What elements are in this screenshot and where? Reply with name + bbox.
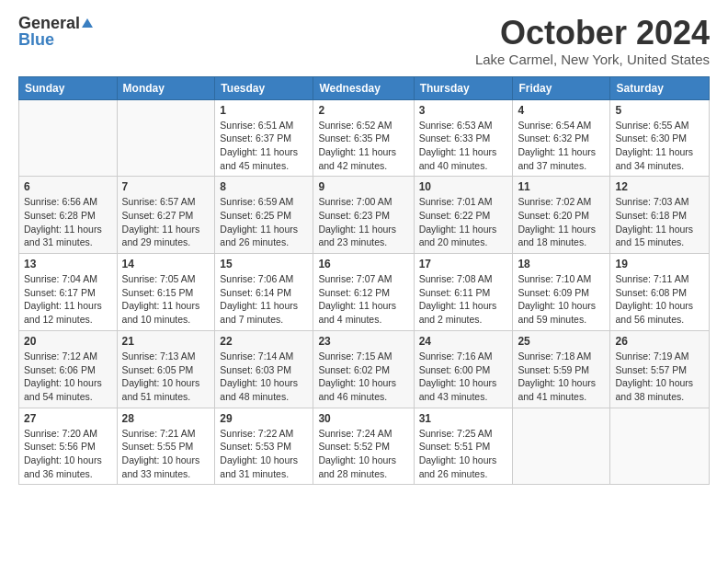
- day-number: 29: [220, 412, 308, 425]
- month-title: October 2024: [475, 15, 710, 52]
- day-cell: 11 Sunrise: 7:02 AMSunset: 6:20 PMDaylig…: [513, 177, 610, 254]
- day-number: 17: [419, 258, 508, 270]
- day-number: 12: [615, 180, 704, 193]
- calendar-table: SundayMondayTuesdayWednesdayThursdayFrid…: [18, 76, 710, 486]
- weekday-monday: Monday: [117, 76, 215, 99]
- week-row-4: 20 Sunrise: 7:12 AMSunset: 6:06 PMDaylig…: [19, 330, 710, 408]
- day-cell: 13 Sunrise: 7:04 AMSunset: 6:17 PMDaylig…: [19, 254, 118, 331]
- day-number: 1: [220, 104, 308, 117]
- day-cell: 23 Sunrise: 7:15 AMSunset: 6:02 PMDaylig…: [313, 330, 414, 408]
- day-detail: Sunrise: 7:02 AMSunset: 6:20 PMDaylight:…: [518, 195, 605, 249]
- day-detail: Sunrise: 7:12 AMSunset: 6:06 PMDaylight:…: [24, 350, 112, 404]
- weekday-friday: Friday: [513, 76, 610, 99]
- day-detail: Sunrise: 7:10 AMSunset: 6:09 PMDaylight:…: [518, 272, 605, 327]
- day-cell: [117, 99, 215, 177]
- day-number: 22: [220, 335, 308, 348]
- day-detail: Sunrise: 7:14 AMSunset: 6:03 PMDaylight:…: [220, 350, 308, 404]
- day-detail: Sunrise: 6:55 AMSunset: 6:30 PMDaylight:…: [615, 119, 704, 173]
- day-cell: 15 Sunrise: 7:06 AMSunset: 6:14 PMDaylig…: [215, 254, 313, 331]
- day-number: 9: [318, 180, 408, 193]
- day-number: 27: [24, 412, 112, 425]
- day-cell: 17 Sunrise: 7:08 AMSunset: 6:11 PMDaylig…: [414, 254, 513, 331]
- week-row-5: 27 Sunrise: 7:20 AMSunset: 5:56 PMDaylig…: [19, 408, 710, 485]
- day-detail: Sunrise: 7:07 AMSunset: 6:12 PMDaylight:…: [318, 272, 408, 327]
- day-cell: 1 Sunrise: 6:51 AMSunset: 6:37 PMDayligh…: [215, 99, 313, 177]
- week-row-3: 13 Sunrise: 7:04 AMSunset: 6:17 PMDaylig…: [19, 254, 710, 331]
- day-number: 11: [518, 180, 605, 193]
- day-detail: Sunrise: 7:13 AMSunset: 6:05 PMDaylight:…: [122, 350, 210, 404]
- day-number: 26: [615, 335, 704, 348]
- day-cell: 9 Sunrise: 7:00 AMSunset: 6:23 PMDayligh…: [313, 177, 414, 254]
- day-detail: Sunrise: 7:15 AMSunset: 6:02 PMDaylight:…: [318, 350, 408, 404]
- day-number: 7: [122, 180, 210, 193]
- day-detail: Sunrise: 7:05 AMSunset: 6:15 PMDaylight:…: [122, 272, 210, 327]
- day-detail: Sunrise: 7:03 AMSunset: 6:18 PMDaylight:…: [615, 195, 704, 249]
- weekday-thursday: Thursday: [414, 76, 513, 99]
- weekday-header-row: SundayMondayTuesdayWednesdayThursdayFrid…: [19, 76, 710, 99]
- day-number: 8: [220, 180, 308, 193]
- day-cell: 12 Sunrise: 7:03 AMSunset: 6:18 PMDaylig…: [610, 177, 710, 254]
- day-number: 25: [518, 335, 605, 348]
- day-detail: Sunrise: 7:18 AMSunset: 5:59 PMDaylight:…: [518, 350, 605, 404]
- day-detail: Sunrise: 6:53 AMSunset: 6:33 PMDaylight:…: [419, 119, 508, 173]
- day-cell: 21 Sunrise: 7:13 AMSunset: 6:05 PMDaylig…: [117, 330, 215, 408]
- day-number: 15: [220, 258, 308, 270]
- week-row-1: 1 Sunrise: 6:51 AMSunset: 6:37 PMDayligh…: [19, 99, 710, 177]
- day-number: 28: [122, 412, 210, 425]
- day-number: 2: [318, 104, 408, 117]
- day-cell: 22 Sunrise: 7:14 AMSunset: 6:03 PMDaylig…: [215, 330, 313, 408]
- day-detail: Sunrise: 7:01 AMSunset: 6:22 PMDaylight:…: [419, 195, 508, 249]
- day-cell: 20 Sunrise: 7:12 AMSunset: 6:06 PMDaylig…: [19, 330, 118, 408]
- day-cell: 4 Sunrise: 6:54 AMSunset: 6:32 PMDayligh…: [513, 99, 610, 177]
- day-detail: Sunrise: 6:57 AMSunset: 6:27 PMDaylight:…: [122, 195, 210, 249]
- logo-blue-text: Blue: [18, 31, 54, 48]
- day-detail: Sunrise: 7:21 AMSunset: 5:55 PMDaylight:…: [122, 427, 210, 481]
- day-number: 3: [419, 104, 508, 117]
- day-cell: 25 Sunrise: 7:18 AMSunset: 5:59 PMDaylig…: [513, 330, 610, 408]
- day-number: 10: [419, 180, 508, 193]
- day-number: 24: [419, 335, 508, 348]
- day-cell: [610, 408, 710, 485]
- day-detail: Sunrise: 7:24 AMSunset: 5:52 PMDaylight:…: [318, 427, 408, 481]
- day-number: 6: [24, 180, 112, 193]
- day-number: 18: [518, 258, 605, 270]
- day-number: 14: [122, 258, 210, 270]
- day-cell: [513, 408, 610, 485]
- day-cell: 24 Sunrise: 7:16 AMSunset: 6:00 PMDaylig…: [414, 330, 513, 408]
- day-detail: Sunrise: 7:04 AMSunset: 6:17 PMDaylight:…: [24, 272, 112, 327]
- day-cell: 5 Sunrise: 6:55 AMSunset: 6:30 PMDayligh…: [610, 99, 710, 177]
- day-cell: 30 Sunrise: 7:24 AMSunset: 5:52 PMDaylig…: [313, 408, 414, 485]
- logo-general-text: General: [18, 15, 80, 31]
- day-detail: Sunrise: 7:11 AMSunset: 6:08 PMDaylight:…: [615, 272, 704, 327]
- day-number: 30: [318, 412, 408, 425]
- day-detail: Sunrise: 6:51 AMSunset: 6:37 PMDaylight:…: [220, 119, 308, 173]
- day-detail: Sunrise: 7:19 AMSunset: 5:57 PMDaylight:…: [615, 350, 704, 404]
- day-number: 16: [318, 258, 408, 270]
- day-cell: 19 Sunrise: 7:11 AMSunset: 6:08 PMDaylig…: [610, 254, 710, 331]
- day-cell: 8 Sunrise: 6:59 AMSunset: 6:25 PMDayligh…: [215, 177, 313, 254]
- day-cell: [19, 99, 118, 177]
- day-number: 4: [518, 104, 605, 117]
- week-row-2: 6 Sunrise: 6:56 AMSunset: 6:28 PMDayligh…: [19, 177, 710, 254]
- day-cell: 29 Sunrise: 7:22 AMSunset: 5:53 PMDaylig…: [215, 408, 313, 485]
- day-detail: Sunrise: 7:16 AMSunset: 6:00 PMDaylight:…: [419, 350, 508, 404]
- day-detail: Sunrise: 6:54 AMSunset: 6:32 PMDaylight:…: [518, 119, 605, 173]
- day-detail: Sunrise: 7:20 AMSunset: 5:56 PMDaylight:…: [24, 427, 112, 481]
- day-cell: 3 Sunrise: 6:53 AMSunset: 6:33 PMDayligh…: [414, 99, 513, 177]
- weekday-sunday: Sunday: [19, 76, 118, 99]
- title-block: October 2024 Lake Carmel, New York, Unit…: [475, 15, 710, 67]
- day-cell: 2 Sunrise: 6:52 AMSunset: 6:35 PMDayligh…: [313, 99, 414, 177]
- logo: General Blue: [18, 15, 93, 48]
- day-cell: 16 Sunrise: 7:07 AMSunset: 6:12 PMDaylig…: [313, 254, 414, 331]
- day-cell: 18 Sunrise: 7:10 AMSunset: 6:09 PMDaylig…: [513, 254, 610, 331]
- page-header: General Blue October 2024 Lake Carmel, N…: [18, 15, 710, 67]
- day-number: 20: [24, 335, 112, 348]
- day-detail: Sunrise: 6:56 AMSunset: 6:28 PMDaylight:…: [24, 195, 112, 249]
- day-cell: 7 Sunrise: 6:57 AMSunset: 6:27 PMDayligh…: [117, 177, 215, 254]
- day-detail: Sunrise: 7:00 AMSunset: 6:23 PMDaylight:…: [318, 195, 408, 249]
- day-number: 19: [615, 258, 704, 270]
- day-detail: Sunrise: 6:52 AMSunset: 6:35 PMDaylight:…: [318, 119, 408, 173]
- logo-icon: [82, 17, 93, 28]
- day-number: 23: [318, 335, 408, 348]
- day-number: 13: [24, 258, 112, 270]
